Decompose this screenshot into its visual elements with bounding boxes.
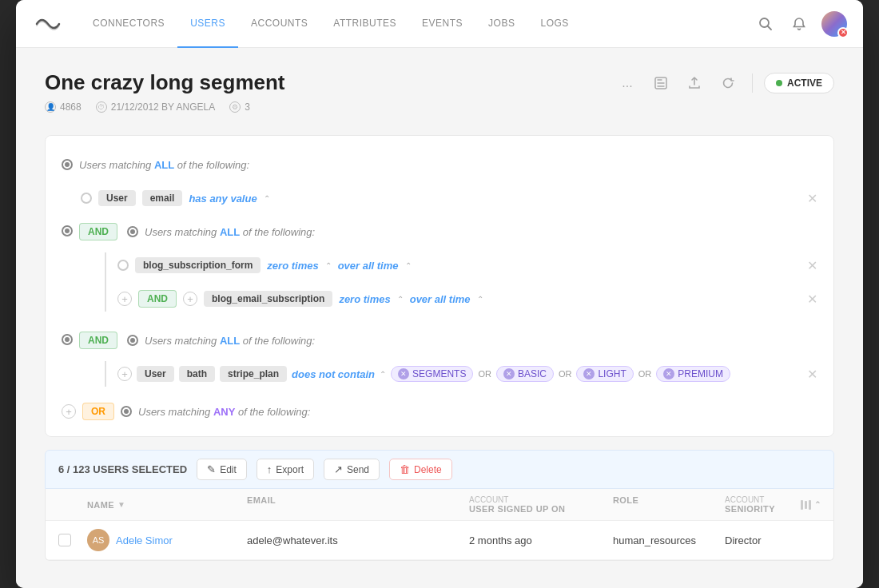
over-all-time-2-tag[interactable]: over all time <box>410 293 471 305</box>
trash-icon: 🗑 <box>400 463 410 475</box>
remove-light[interactable]: ✕ <box>583 368 595 379</box>
blog-email-sub-tag[interactable]: blog_email_subscription <box>204 291 332 307</box>
td-name[interactable]: AS Adele Simor <box>87 529 247 551</box>
does-not-contain-caret: ⌃ <box>380 370 386 379</box>
rule-4-or-tag[interactable]: OR <box>82 403 114 420</box>
refresh-button[interactable] <box>715 70 741 96</box>
top-nav: CONNECTORS USERS ACCOUNTS ATTRIBUTES EVE… <box>16 0 863 48</box>
rule-1-keyword[interactable]: ALL <box>154 159 174 171</box>
rule-2-cond-2: + AND + blog_email_subscription zero tim… <box>117 286 817 312</box>
blog-sub-form-tag[interactable]: blog_subscription_form <box>135 257 261 273</box>
more-button[interactable]: ... <box>615 70 640 96</box>
rule-count: 3 <box>245 101 250 113</box>
zero-times-1-tag[interactable]: zero times <box>267 260 318 272</box>
table-header: Name ▼ Email ACCOUNT User signed up on R… <box>46 489 833 521</box>
rule-4-radio[interactable] <box>121 406 132 417</box>
rule-icon: ⚙ <box>229 101 241 113</box>
status-badge[interactable]: ACTIVE <box>764 73 834 93</box>
logo[interactable] <box>32 8 64 40</box>
over-all-time-2-caret: ⌃ <box>477 295 483 304</box>
rule-3-header: AND Users matching ALL of the following: <box>79 328 817 353</box>
rule-2-main-radio[interactable] <box>62 225 73 236</box>
rule-3-close[interactable]: ✕ <box>807 367 817 382</box>
add-cond-2-btn2[interactable]: + <box>183 292 197 306</box>
search-icon[interactable] <box>754 13 777 35</box>
export-button[interactable] <box>682 70 707 96</box>
zero-times-2-caret: ⌃ <box>397 295 404 304</box>
rule-3-user-tag[interactable]: User <box>137 366 174 382</box>
user-tag[interactable]: User <box>98 190 136 206</box>
rule-4-label: Users matching ANY of the following: <box>138 406 310 418</box>
rule-4-keyword[interactable]: ANY <box>213 406 235 418</box>
rule-2-and-tag[interactable]: AND <box>79 223 117 240</box>
rule-3-keyword[interactable]: ALL <box>220 335 240 347</box>
main-content: One crazy long segment 👤 4868 ⏱ 21/12/20… <box>16 48 863 588</box>
status-label: ACTIVE <box>787 77 822 89</box>
rule-3-group: AND Users matching ALL of the following:… <box>79 328 817 395</box>
avatar-badge: ✕ <box>837 27 849 38</box>
rule-1-close[interactable]: ✕ <box>807 191 817 206</box>
nav-events[interactable]: EVENTS <box>409 0 475 48</box>
edit-btn[interactable]: ✎ Edit <box>197 459 247 480</box>
rule-2-group: AND Users matching ALL of the following:… <box>79 219 817 320</box>
nav-logs[interactable]: LOGS <box>527 0 581 48</box>
th-seniority: ACCOUNT Seniority ⌃ <box>725 495 821 514</box>
rule-2-cond-1-close[interactable]: ✕ <box>807 258 817 273</box>
export-btn[interactable]: ↑ Export <box>257 459 314 480</box>
edit-button[interactable] <box>648 70 674 96</box>
rule-1-label: Users matching ALL of the following: <box>79 159 249 171</box>
rule-3-add-btn[interactable]: + <box>117 367 132 381</box>
has-any-caret: ⌃ <box>264 194 270 203</box>
has-any-value-tag[interactable]: has any value <box>189 193 257 205</box>
nav-links: CONNECTORS USERS ACCOUNTS ATTRIBUTES EVE… <box>80 0 754 48</box>
row-checkbox[interactable] <box>58 534 71 546</box>
clock-icon: ⏱ <box>96 101 107 113</box>
rule-3-stripe-plan-tag[interactable]: stripe_plan <box>220 366 287 382</box>
nav-accounts[interactable]: ACCOUNTS <box>238 0 320 48</box>
zero-times-2-tag[interactable]: zero times <box>339 293 390 305</box>
rule-3-and-tag[interactable]: AND <box>79 332 117 349</box>
rule-2-radio[interactable] <box>127 226 138 237</box>
rule-1-condition: User email has any value ⌃ ✕ <box>81 185 817 211</box>
rule-3-label: Users matching ALL of the following: <box>145 335 315 347</box>
nav-attributes[interactable]: ATTRIBUTES <box>320 0 409 48</box>
th-signed-up: ACCOUNT User signed up on <box>469 495 613 514</box>
remove-basic[interactable]: ✕ <box>503 368 515 379</box>
email-tag[interactable]: email <box>142 190 183 206</box>
rule-3-main-radio[interactable] <box>62 334 73 345</box>
nav-jobs[interactable]: JOBS <box>475 0 527 48</box>
over-all-time-1-tag[interactable]: over all time <box>338 260 399 272</box>
rule-2-keyword[interactable]: ALL <box>220 226 240 238</box>
delete-btn[interactable]: 🗑 Delete <box>389 459 452 480</box>
th-name[interactable]: Name ▼ <box>87 495 247 514</box>
rule-1-radio[interactable] <box>62 159 73 170</box>
bell-icon[interactable] <box>788 13 810 35</box>
page-header-right: ... <box>615 70 834 96</box>
rule-3-container: AND Users matching ALL of the following:… <box>62 328 817 395</box>
th-checkbox <box>58 495 87 514</box>
rule-3-cond-1: + User bath stripe_plan does not contain… <box>117 361 817 387</box>
rule-3-radio[interactable] <box>127 335 138 346</box>
rule-3-bath-tag[interactable]: bath <box>179 366 215 382</box>
rule-2-cond-2-and-tag[interactable]: AND <box>138 290 177 308</box>
remove-segments[interactable]: ✕ <box>398 368 409 379</box>
does-not-contain-tag[interactable]: does not contain <box>292 368 375 380</box>
add-cond-2-btn[interactable]: + <box>117 292 132 306</box>
nav-users[interactable]: USERS <box>177 0 238 48</box>
selection-count: 6 / 123 USERS SELECTED <box>58 463 187 475</box>
page-header: One crazy long segment 👤 4868 ⏱ 21/12/20… <box>45 70 834 113</box>
rule-2-cond-1-radio[interactable] <box>117 260 129 271</box>
rule-2-cond-2-close[interactable]: ✕ <box>807 292 817 307</box>
user-avatar[interactable]: ✕ <box>821 11 847 37</box>
td-role: human_resources <box>613 534 725 546</box>
val-segments: ✕ SEGMENTS <box>391 366 473 382</box>
send-btn[interactable]: ↗ Send <box>324 459 380 480</box>
rule-4-add-btn[interactable]: + <box>62 404 76 419</box>
val-premium: ✕ PREMIUM <box>656 366 730 382</box>
segment-builder: Users matching ALL of the following: Use… <box>45 135 834 437</box>
columns-icon[interactable]: ⌃ <box>801 500 821 510</box>
or-2: OR <box>559 369 572 379</box>
remove-premium[interactable]: ✕ <box>663 368 674 379</box>
rule-1-cond-radio[interactable] <box>81 193 92 204</box>
nav-connectors[interactable]: CONNECTORS <box>80 0 177 48</box>
